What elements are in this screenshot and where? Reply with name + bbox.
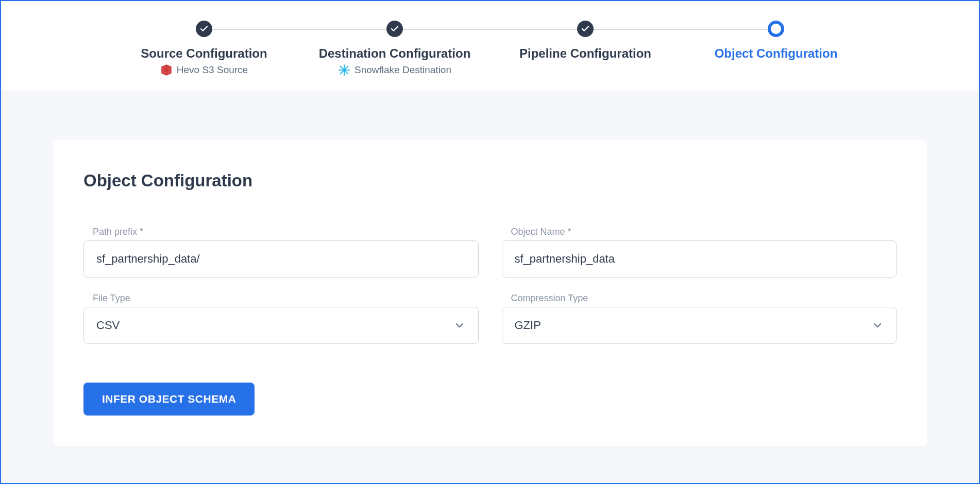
compression-type-field: Compression Type GZIP <box>502 293 897 344</box>
path-prefix-label: Path prefix * <box>83 227 479 237</box>
step-circle-completed <box>577 21 594 37</box>
object-name-label: Object Name * <box>502 227 897 237</box>
file-type-label: File Type <box>83 293 479 304</box>
step-pipeline-configuration[interactable]: Pipeline Configuration <box>490 21 681 61</box>
s3-icon <box>160 64 173 76</box>
file-type-value: CSV <box>96 319 120 332</box>
file-type-field: File Type CSV <box>83 293 479 344</box>
step-object-configuration[interactable]: Object Configuration <box>681 21 871 61</box>
check-icon <box>390 24 399 33</box>
file-type-select[interactable]: CSV <box>83 307 479 344</box>
step-label: Destination Configuration <box>319 46 471 61</box>
step-label: Pipeline Configuration <box>519 46 651 61</box>
step-sublabel-text: Hevo S3 Source <box>177 64 248 76</box>
stepper-header: Source Configuration Hevo S3 Source Dest… <box>1 1 979 91</box>
chevron-down-icon <box>453 319 466 332</box>
step-label: Object Configuration <box>715 46 838 61</box>
step-line <box>204 29 395 29</box>
svg-rect-0 <box>164 68 168 72</box>
card-title: Object Configuration <box>83 171 897 191</box>
step-line <box>585 29 776 29</box>
step-circle-completed <box>196 21 212 37</box>
check-icon <box>581 24 590 33</box>
step-sublabel: Snowflake Destination <box>338 64 451 76</box>
step-sublabel: Hevo S3 Source <box>160 64 248 76</box>
infer-object-schema-button[interactable]: INFER OBJECT SCHEMA <box>83 383 255 416</box>
step-circle-completed <box>386 21 403 37</box>
compression-type-label: Compression Type <box>502 293 897 304</box>
svg-point-5 <box>343 69 345 71</box>
check-icon <box>199 24 209 33</box>
step-sublabel-text: Snowflake Destination <box>354 64 451 76</box>
step-line <box>395 29 585 29</box>
chevron-down-icon <box>871 319 884 332</box>
main-content: Object Configuration Path prefix * Objec… <box>1 91 979 484</box>
field-control <box>502 240 897 278</box>
path-prefix-field: Path prefix * <box>83 227 479 278</box>
snowflake-icon <box>338 64 350 76</box>
compression-type-select[interactable]: GZIP <box>502 307 897 344</box>
step-source-configuration[interactable]: Source Configuration Hevo S3 Source <box>109 21 299 76</box>
compression-type-value: GZIP <box>515 319 541 332</box>
stepper-container: Source Configuration Hevo S3 Source Dest… <box>88 21 892 76</box>
step-label: Source Configuration <box>141 46 267 61</box>
path-prefix-input[interactable] <box>83 240 479 278</box>
field-control <box>83 240 479 278</box>
object-name-field: Object Name * <box>502 227 897 278</box>
form-grid: Path prefix * Object Name * File Type CS… <box>83 227 897 344</box>
object-configuration-card: Object Configuration Path prefix * Objec… <box>53 140 927 446</box>
object-name-input[interactable] <box>502 240 897 278</box>
step-circle-active <box>768 21 784 37</box>
